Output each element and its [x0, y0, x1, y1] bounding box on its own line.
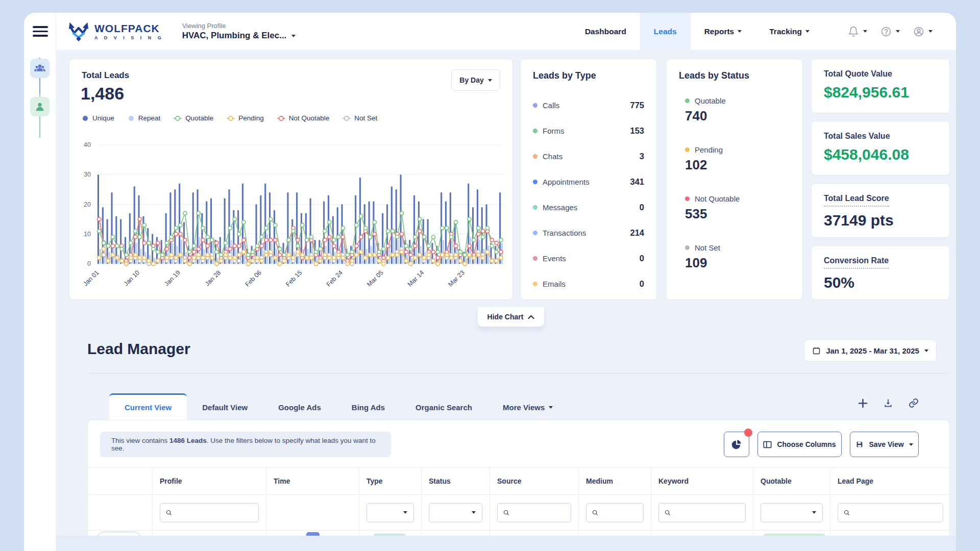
column-header: Quotable	[753, 468, 830, 495]
type-dot-icon	[533, 205, 537, 210]
legend-marker-icon	[128, 115, 135, 121]
stat-title: Conversion Rate	[824, 256, 889, 269]
status-filter-select[interactable]	[429, 503, 482, 522]
leads-by-type-rows: Calls775Forms153Chats3Appointments341Mes…	[533, 92, 644, 296]
svg-text:Jan 01: Jan 01	[82, 269, 100, 287]
tab-current-view[interactable]: Current View	[109, 393, 187, 420]
legend-item-pending[interactable]: Pending	[227, 114, 264, 122]
legend-marker-icon	[277, 115, 285, 121]
leads-by-type-title: Leads by Type	[533, 70, 644, 81]
legend-item-quotable[interactable]: Quotable	[174, 114, 213, 122]
choose-columns-button[interactable]: Choose Columns	[757, 432, 842, 457]
type-value: 775	[630, 101, 644, 110]
legend-label: Not Quotable	[289, 114, 330, 122]
wolfpack-logo-icon	[68, 21, 89, 42]
column-filter-cell	[88, 495, 152, 531]
date-range-picker[interactable]: Jan 1, 2025 - Mar 31, 2025	[804, 339, 937, 362]
save-icon	[855, 440, 864, 448]
tab-label: Organic Search	[415, 403, 472, 412]
type-row-events: Events0	[533, 245, 644, 271]
type-filter-select[interactable]	[366, 503, 414, 522]
banner-text: This view contains	[111, 437, 169, 444]
type-row-emails: Emails0	[533, 271, 644, 296]
stat-value: 50%	[824, 274, 937, 291]
chevron-down-icon	[863, 30, 867, 33]
add-view-button[interactable]	[858, 398, 868, 408]
nav-label: Leads	[654, 27, 677, 36]
main-nav: DashboardLeadsReportsTracking	[571, 13, 823, 50]
journey-step-audience[interactable]	[30, 59, 50, 78]
tab-organic-search[interactable]: Organic Search	[400, 393, 487, 420]
save-view-button[interactable]: Save View	[850, 432, 919, 457]
type-value: 341	[630, 177, 644, 187]
date-range-label: Jan 1, 2025 - Mar 31, 2025	[826, 346, 919, 355]
lead-page-filter-input[interactable]	[854, 509, 938, 516]
status-value: 102	[685, 157, 790, 173]
nav-reports[interactable]: Reports	[691, 13, 756, 50]
legend-item-not-set[interactable]: Not Set	[342, 114, 377, 122]
svg-text:Mar 14: Mar 14	[406, 269, 425, 288]
nav-dashboard[interactable]: Dashboard	[571, 13, 640, 50]
column-filter-cell	[579, 495, 651, 531]
type-label: Appointments	[543, 178, 590, 186]
status-label: Quotable	[695, 96, 726, 105]
svg-text:Jan 19: Jan 19	[163, 269, 181, 287]
legend-marker-icon	[174, 115, 182, 121]
column-header: Medium	[579, 468, 651, 495]
column-header	[88, 468, 152, 495]
stat-title: Total Quote Value	[824, 69, 892, 79]
source-filter-input[interactable]	[513, 509, 566, 516]
status-dot-icon	[685, 98, 690, 103]
profile-selector[interactable]: Viewing Profile HVAC, Plumbing & Elec...	[182, 22, 296, 41]
type-label: Calls	[543, 101, 559, 110]
chevron-down-icon	[924, 349, 928, 352]
medium-filter-input[interactable]	[602, 509, 638, 516]
keyword-filter	[658, 503, 746, 522]
legend-marker-icon	[342, 115, 351, 121]
view-info-banner: This view contains 1486 Leads. Use the f…	[100, 432, 391, 457]
nav-tracking[interactable]: Tracking	[755, 13, 823, 50]
quotable-filter-select[interactable]	[761, 503, 823, 522]
legend-item-repeat[interactable]: Repeat	[128, 114, 161, 122]
column-filter-cell	[153, 495, 266, 531]
chevron-down-icon	[812, 511, 816, 514]
legend-item-unique[interactable]: Unique	[82, 114, 114, 122]
keyword-filter-input[interactable]	[675, 509, 740, 516]
bottom-scroll-band[interactable]	[56, 536, 956, 551]
journey-step-lead[interactable]	[30, 97, 50, 116]
tab-bing-ads[interactable]: Bing Ads	[336, 393, 400, 420]
hamburger-menu-button[interactable]	[33, 26, 48, 37]
people-group-icon	[33, 62, 46, 75]
chart-summary-button[interactable]	[724, 432, 749, 457]
help-menu[interactable]	[877, 26, 903, 37]
profile-filter	[160, 503, 259, 522]
logo[interactable]: WOLFPACK A D V I S I N G	[68, 21, 164, 42]
account-menu[interactable]	[910, 26, 936, 37]
tab-google-ads[interactable]: Google Ads	[263, 393, 336, 420]
type-label: Forms	[543, 127, 565, 135]
column-header: Lead Page	[830, 468, 949, 495]
download-button[interactable]	[883, 398, 893, 408]
svg-text:40: 40	[84, 141, 91, 148]
copy-link-button[interactable]	[909, 398, 919, 408]
chevron-down-icon	[928, 30, 933, 33]
column-filter-cell	[266, 495, 359, 531]
svg-text:Jan 10: Jan 10	[122, 269, 141, 287]
tab-more-views[interactable]: More Views	[487, 393, 568, 420]
save-view-label: Save View	[869, 440, 903, 448]
view-tabs: Current ViewDefault ViewGoogle AdsBing A…	[109, 393, 568, 420]
interval-select[interactable]: By Day	[451, 69, 500, 91]
status-label: Pending	[695, 145, 723, 154]
nav-leads[interactable]: Leads	[640, 13, 691, 50]
interval-label: By Day	[459, 76, 483, 84]
legend-item-not-quotable[interactable]: Not Quotable	[277, 114, 330, 122]
notifications-menu[interactable]	[845, 26, 870, 37]
tab-default-view[interactable]: Default View	[187, 393, 263, 420]
status-value: 109	[685, 255, 790, 271]
hide-chart-button[interactable]: Hide Chart	[478, 307, 544, 327]
bell-icon	[848, 26, 859, 37]
profile-filter-input[interactable]	[176, 509, 253, 516]
calendar-icon	[812, 346, 821, 355]
source-filter	[497, 503, 571, 522]
type-row-chats: Chats3	[533, 143, 644, 169]
